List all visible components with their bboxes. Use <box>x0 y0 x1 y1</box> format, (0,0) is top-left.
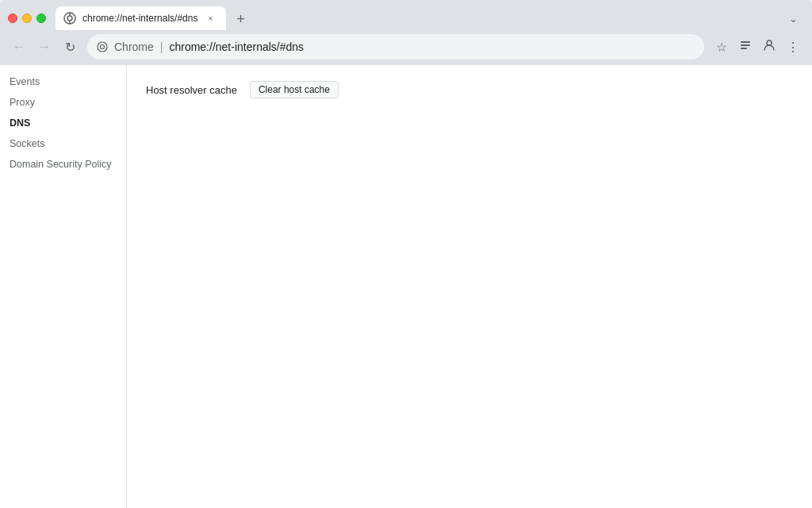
chevron-down-icon: ⌄ <box>789 13 798 25</box>
dns-section: Host resolver cache Clear host cache <box>146 81 793 98</box>
tab-close-button[interactable]: × <box>204 12 216 25</box>
tab-title: chrome://net-internals/#dns <box>82 13 197 24</box>
svg-point-1 <box>67 16 72 21</box>
tab-favicon <box>63 12 76 25</box>
bookmark-button[interactable]: ☆ <box>710 36 733 58</box>
minimize-window-button[interactable] <box>22 13 32 23</box>
maximize-window-button[interactable] <box>36 13 46 23</box>
sidebar-item-proxy[interactable]: Proxy <box>0 92 126 113</box>
address-site-label: Chrome <box>114 40 154 53</box>
back-icon: ← <box>13 40 25 54</box>
forward-icon: → <box>38 40 51 54</box>
host-resolver-cache-label: Host resolver cache <box>146 84 237 96</box>
reload-button[interactable]: ↻ <box>59 36 81 58</box>
tab-search-button[interactable] <box>734 36 756 58</box>
address-bar[interactable]: Chrome | chrome://net-internals/#dns <box>87 34 704 60</box>
sidebar-item-events[interactable]: Events <box>0 71 126 92</box>
address-separator: | <box>160 40 163 53</box>
bookmark-icon: ☆ <box>716 40 727 55</box>
svg-point-4 <box>98 42 107 52</box>
svg-rect-6 <box>741 41 750 43</box>
more-windows-button[interactable]: ⌄ <box>782 7 804 29</box>
site-icon <box>97 41 108 52</box>
more-icon: ⋮ <box>787 40 799 55</box>
toolbar-actions: ☆ ⋮ <box>710 36 804 58</box>
traffic-lights <box>8 13 46 23</box>
profile-icon <box>762 38 776 56</box>
sidebar-item-sockets[interactable]: Sockets <box>0 133 126 154</box>
sidebar-item-domain-security-policy[interactable]: Domain Security Policy <box>0 154 126 175</box>
svg-rect-7 <box>741 44 750 46</box>
main-content: Host resolver cache Clear host cache <box>127 65 812 508</box>
browser-frame: chrome://net-internals/#dns × + ⌄ ← → ↻ <box>0 0 812 508</box>
active-tab[interactable]: chrome://net-internals/#dns × <box>56 6 226 30</box>
toolbar: ← → ↻ Chrome | chrome://net-internals/#d… <box>0 30 812 65</box>
clear-host-cache-button[interactable]: Clear host cache <box>250 81 339 98</box>
browser-content: Events Proxy DNS Sockets Domain Security… <box>0 65 812 508</box>
forward-button[interactable]: → <box>33 36 56 58</box>
svg-point-5 <box>101 45 105 49</box>
sidebar: Events Proxy DNS Sockets Domain Security… <box>0 65 127 508</box>
svg-rect-8 <box>741 48 747 49</box>
reload-icon: ↻ <box>65 40 75 55</box>
new-tab-button[interactable]: + <box>229 8 251 30</box>
profile-button[interactable] <box>758 36 780 58</box>
back-button[interactable]: ← <box>8 36 30 58</box>
svg-point-9 <box>767 40 772 45</box>
address-url: chrome://net-internals/#dns <box>169 40 695 53</box>
tab-bar: chrome://net-internals/#dns × + <box>56 6 776 30</box>
title-bar: chrome://net-internals/#dns × + ⌄ <box>0 0 812 30</box>
menu-button[interactable]: ⋮ <box>782 36 804 58</box>
close-window-button[interactable] <box>8 13 17 23</box>
sidebar-item-dns[interactable]: DNS <box>0 113 126 133</box>
tab-search-icon <box>739 39 752 55</box>
